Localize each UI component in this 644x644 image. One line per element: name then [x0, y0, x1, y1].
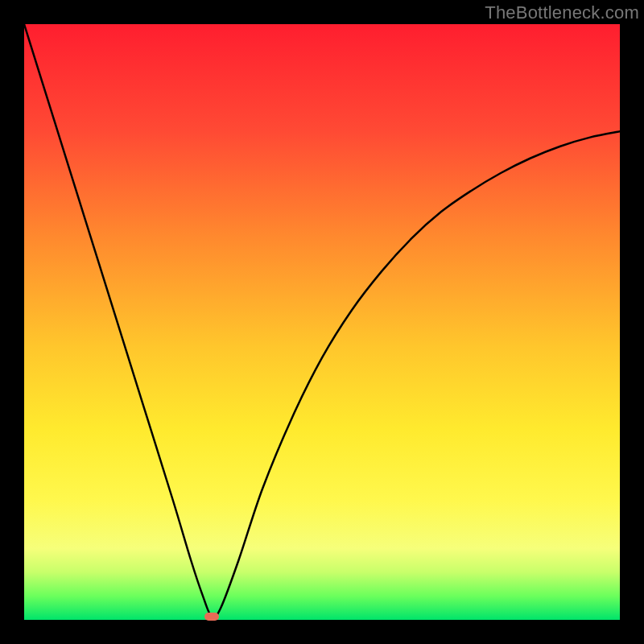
- plot-area: [24, 24, 620, 620]
- optimal-point-marker: [204, 613, 219, 621]
- bottleneck-curve: [24, 24, 620, 620]
- chart-frame: TheBottleneck.com: [0, 0, 644, 644]
- watermark-text: TheBottleneck.com: [485, 2, 639, 23]
